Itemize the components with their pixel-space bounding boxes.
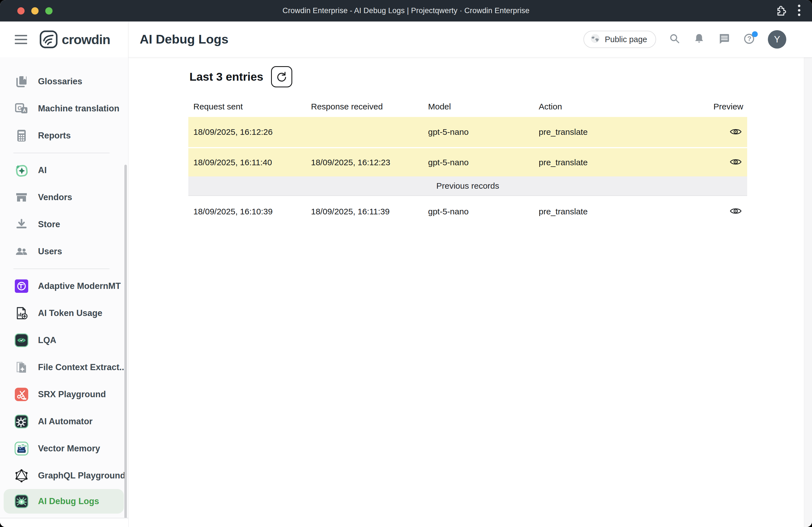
sidebar-header: crowdin — [0, 21, 128, 57]
public-page-label: Public page — [605, 35, 647, 44]
ai-debug-logs-icon — [15, 494, 29, 508]
previous-records-label: Previous records — [436, 181, 499, 191]
cell-action: pre_translate — [539, 158, 679, 167]
search-icon[interactable] — [668, 33, 681, 46]
machine-translation-icon: GA — [15, 102, 29, 116]
store-icon — [15, 217, 29, 231]
notification-dot — [752, 31, 758, 37]
main-area: AI Debug Logs Public page — [129, 21, 812, 527]
sidebar-footer — [0, 518, 128, 527]
vendors-icon — [15, 190, 29, 204]
crowdin-wordmark: crowdin — [62, 32, 110, 47]
col-header-request-sent: Request sent — [188, 102, 311, 111]
page-header: AI Debug Logs Public page — [129, 21, 812, 57]
vector-memory-icon — [15, 441, 29, 455]
crowdin-logo[interactable]: crowdin — [39, 30, 110, 48]
sidebar-item-adaptive-modernmt[interactable]: Adaptive ModernMT — [0, 272, 128, 300]
reports-icon — [15, 129, 29, 142]
sidebar-item-file-context-extraction[interactable]: File Context Extract... — [0, 353, 128, 381]
cell-model: gpt-5-nano — [428, 127, 539, 137]
cell-response-received: 18/09/2025, 16:12:23 — [311, 158, 428, 167]
sidebar-item-ai[interactable]: AI — [0, 156, 128, 184]
sidebar-item-ai-debug-logs[interactable]: AI Debug Logs — [4, 489, 124, 514]
sidebar-item-label: Reports — [38, 131, 71, 141]
adaptive-modernmt-icon — [15, 279, 29, 293]
sidebar-item-lqa[interactable]: LQA — [0, 327, 128, 353]
sidebar-item-users[interactable]: Users — [0, 238, 128, 265]
sidebar-item-store[interactable]: Store — [0, 211, 128, 238]
sidebar-divider — [13, 269, 110, 269]
messages-icon[interactable] — [717, 32, 730, 46]
sidebar-item-label: AI Automator — [38, 417, 92, 426]
cell-action: pre_translate — [539, 207, 679, 216]
extensions-puzzle-icon[interactable] — [774, 4, 786, 17]
previous-records-button[interactable]: Previous records — [188, 177, 747, 196]
sidebar-item-label: AI Debug Logs — [38, 496, 99, 506]
sidebar-item-ai-automator[interactable]: AI Automator — [0, 408, 128, 435]
page-title: AI Debug Logs — [140, 32, 228, 47]
lqa-icon — [15, 333, 29, 347]
sidebar-divider — [13, 153, 110, 153]
ai-automator-icon — [15, 415, 29, 428]
graphql-playground-icon — [15, 469, 29, 483]
sidebar-item-ai-token-usage[interactable]: AI Token Usage — [0, 300, 128, 327]
browser-tab-title: Crowdin Enterprise - AI Debug Logs | Pro… — [0, 6, 812, 15]
sidebar-item-label: Machine translation — [38, 104, 119, 114]
table-header-row: Request sent Response received Model Act… — [188, 96, 747, 117]
sidebar-item-label: Vector Memory — [38, 443, 100, 454]
preview-eye-icon[interactable] — [728, 206, 743, 216]
hamburger-menu-icon[interactable] — [15, 35, 27, 44]
col-header-action: Action — [539, 102, 679, 111]
ai-icon — [15, 163, 29, 177]
browser-window: Crowdin Enterprise - AI Debug Logs | Pro… — [0, 0, 812, 527]
preview-eye-icon[interactable] — [728, 156, 743, 167]
sidebar-item-glossaries[interactable]: Glossaries — [0, 68, 128, 95]
sidebar: crowdin Glossaries GA Machine translatio… — [0, 21, 129, 527]
refresh-icon — [276, 71, 287, 82]
svg-text:?: ? — [748, 35, 752, 42]
glossaries-icon — [15, 75, 29, 89]
sidebar-item-vector-memory[interactable]: Vector Memory — [0, 435, 128, 462]
avatar-initial: Y — [774, 34, 780, 45]
public-page-button[interactable]: Public page — [583, 31, 656, 48]
cell-request-sent: 18/09/2025, 16:10:39 — [188, 207, 311, 216]
col-header-preview: Preview — [679, 102, 747, 111]
sidebar-item-label: Vendors — [38, 192, 72, 202]
globe-icon — [590, 33, 601, 46]
ai-token-usage-icon — [15, 306, 29, 320]
entries-heading: Last 3 entries — [189, 70, 263, 84]
sidebar-item-label: GraphQL Playground — [38, 471, 126, 481]
col-header-model: Model — [428, 102, 539, 111]
svg-text:A: A — [23, 108, 26, 113]
page-scrollbar[interactable] — [804, 21, 812, 527]
sidebar-item-label: LQA — [38, 335, 56, 345]
avatar[interactable]: Y — [768, 30, 786, 48]
help-icon[interactable]: ? — [743, 32, 756, 46]
cell-response-received: 18/09/2025, 16:11:39 — [311, 207, 428, 216]
sidebar-nav: Glossaries GA Machine translation Report… — [0, 57, 128, 514]
users-icon — [15, 244, 29, 258]
cell-request-sent: 18/09/2025, 16:11:40 — [188, 158, 311, 167]
table-row: 18/09/2025, 16:11:40 18/09/2025, 16:12:2… — [188, 148, 747, 177]
sidebar-item-label: Users — [38, 246, 62, 257]
crowdin-logo-icon — [39, 30, 58, 48]
sidebar-item-machine-translation[interactable]: GA Machine translation — [0, 95, 128, 122]
cell-request-sent: 18/09/2025, 16:12:26 — [188, 127, 311, 137]
srx-playground-icon — [15, 388, 29, 402]
cell-model: gpt-5-nano — [428, 207, 539, 216]
file-context-extraction-icon — [15, 360, 29, 374]
browser-menu-kebab-icon[interactable] — [797, 4, 801, 18]
table-row: 18/09/2025, 16:12:26 gpt-5-nano pre_tran… — [188, 117, 747, 147]
col-header-response-received: Response received — [311, 102, 428, 111]
notifications-bell-icon[interactable] — [693, 33, 705, 46]
cell-action: pre_translate — [539, 127, 679, 137]
sidebar-item-graphql-playground[interactable]: GraphQL Playground — [0, 462, 128, 489]
browser-titlebar: Crowdin Enterprise - AI Debug Logs | Pro… — [0, 0, 812, 21]
preview-eye-icon[interactable] — [728, 126, 743, 137]
sidebar-item-vendors[interactable]: Vendors — [0, 184, 128, 211]
sidebar-item-reports[interactable]: Reports — [0, 122, 128, 149]
refresh-button[interactable] — [271, 66, 292, 87]
sidebar-item-label: File Context Extract... — [38, 362, 127, 372]
sidebar-item-srx-playground[interactable]: SRX Playground — [0, 381, 128, 408]
sidebar-scrollbar[interactable] — [124, 165, 127, 522]
